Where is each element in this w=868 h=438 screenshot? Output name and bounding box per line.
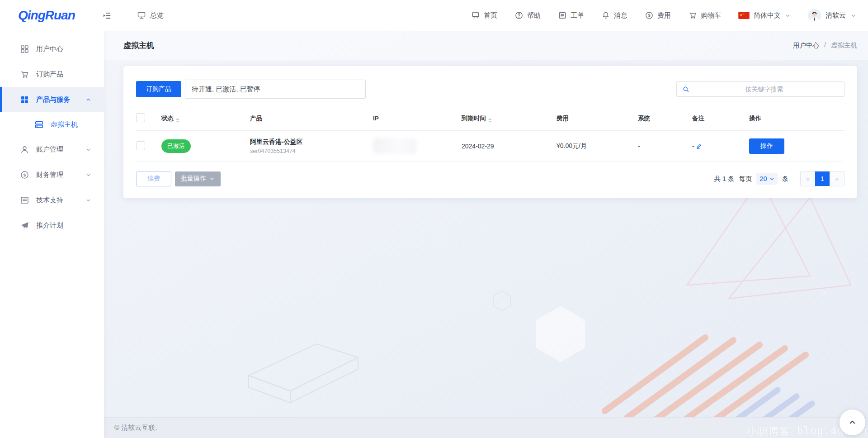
chevron-up-icon [848,418,857,427]
brand-logo[interactable]: QingRuan [18,8,75,23]
sidebar-item-virtual-host[interactable]: 虚拟主机 [0,112,104,137]
expire-date: 2024-02-29 [462,143,494,150]
sort-expire-icon[interactable] [488,118,492,123]
keyword-search-box[interactable] [676,81,844,97]
column-ip: IP [373,106,462,131]
bell-icon [601,11,610,20]
nav-help-label: 帮助 [527,11,541,20]
chevron-down-icon [785,13,791,19]
sidebar-item-products-services[interactable]: 产品与服务 [0,87,104,112]
row-checkbox[interactable] [136,141,145,150]
breadcrumb-current: 虚拟主机 [831,41,857,50]
sidebar-item-order-products[interactable]: 订购产品 [0,62,104,87]
svg-text:$: $ [24,172,26,177]
nav-billing[interactable]: $ 费用 [645,11,671,20]
breadcrumb-root[interactable]: 用户中心 [793,41,819,50]
table-row: 已激活 阿里云香港-公益区 ser047035513474 2024-02-29… [136,131,844,162]
nav-cart-label: 购物车 [701,11,721,20]
ip-redacted [373,138,416,154]
renew-button[interactable]: 续费 [136,171,171,186]
status-badge: 已激活 [161,139,191,153]
sidebar-item-label: 产品与服务 [36,95,70,104]
system-value: - [638,143,640,150]
current-page-button[interactable]: 1 [815,171,830,186]
nav-billing-label: 费用 [657,11,671,20]
language-label: 简体中文 [754,11,781,20]
nav-messages-label: 消息 [614,11,627,20]
keyword-search-input[interactable] [690,86,839,93]
copyright-text: © 清软云互联. [114,424,157,432]
column-remark: 备注 [692,106,749,131]
grid-filled-icon [20,95,29,105]
svg-text:$: $ [648,13,650,18]
scroll-to-top-button[interactable] [840,409,865,435]
list-controls: 续费 批量操作 共 1 条 每页 20 条 [136,171,844,186]
svg-text:★: ★ [743,13,745,15]
edit-remark-icon[interactable] [696,143,702,149]
card-toolbar: 订购产品 [136,80,844,99]
column-fee: 费用 [557,106,638,131]
host-list-card: 订购产品 [123,66,857,198]
china-flag-icon: ★★ [738,12,750,19]
column-expire: 到期时间 [462,106,557,131]
host-table: 状态 产品 IP 到期时间 费用 系统 备注 操作 已激活 [136,106,844,162]
table-header-row: 状态 产品 IP 到期时间 费用 系统 备注 操作 [136,106,844,131]
document-icon [20,195,29,205]
nav-help[interactable]: 帮助 [514,11,541,20]
pager-group: « 1 » [800,171,844,186]
prev-page-button[interactable]: « [801,171,815,186]
send-icon [20,221,29,230]
remark-value: - [692,143,694,150]
sidebar-item-label: 技术支持 [36,196,63,205]
next-page-button[interactable]: » [830,171,844,186]
sidebar-item-account[interactable]: 账户管理 [0,137,104,162]
breadcrumb-separator: / [824,41,826,50]
grid-icon [20,44,29,54]
nav-ticket[interactable]: 工单 [558,11,584,20]
page-header: 虚拟主机 用户中心 / 虚拟主机 [104,31,868,60]
sidebar-item-finance[interactable]: $ 财务管理 [0,162,104,187]
per-page-unit: 条 [782,175,789,183]
batch-action-button[interactable]: 批量操作 [175,171,221,186]
column-action: 操作 [749,106,844,131]
user-icon [20,145,29,154]
header-nav: 首页 帮助 工单 消息 [471,9,856,22]
username-label: 清软云 [826,11,846,20]
nav-cart[interactable]: 购物车 [688,11,721,20]
per-page-label: 每页 [739,175,752,183]
page-title: 虚拟主机 [123,40,154,51]
order-product-button[interactable]: 订购产品 [136,81,181,97]
breadcrumb: 用户中心 / 虚拟主机 [793,41,857,50]
sidebar-item-user-center[interactable]: 用户中心 [0,36,104,62]
nav-overview[interactable]: 总览 [137,11,164,20]
fee-value: ¥0.00元/月 [557,142,587,149]
user-menu[interactable]: 清软云 [808,9,856,22]
chevron-down-icon [850,13,856,19]
per-page-select[interactable]: 20 [756,173,777,185]
status-filter-input[interactable] [185,80,366,99]
sidebar-item-label: 用户中心 [36,45,63,53]
dollar-circle-icon: $ [20,170,29,180]
column-product: 产品 [250,106,373,131]
sidebar-item-referral[interactable]: 推介计划 [0,213,104,238]
select-all-checkbox[interactable] [136,113,145,122]
board-icon [471,11,480,20]
sidebar-collapse-button[interactable] [102,11,112,20]
sidebar-item-label: 账户管理 [36,145,63,154]
svg-text:★: ★ [740,13,743,17]
cart-icon [20,70,29,79]
nav-home[interactable]: 首页 [471,11,497,20]
nav-overview-label: 总览 [150,11,164,20]
monitor-icon [137,11,146,20]
product-name: 阿里云香港-公益区 [250,138,373,146]
language-selector[interactable]: ★★ 简体中文 [738,11,791,20]
nav-messages[interactable]: 消息 [601,11,627,20]
server-icon [34,120,44,129]
sidebar-item-label: 虚拟主机 [51,120,78,129]
sidebar-item-label: 财务管理 [36,171,63,179]
row-action-button[interactable]: 操作 [749,138,784,154]
ticket-icon [558,11,567,20]
sort-status-icon[interactable] [176,118,179,123]
chevron-down-icon [85,197,91,203]
sidebar-item-support[interactable]: 技术支持 [0,187,104,213]
